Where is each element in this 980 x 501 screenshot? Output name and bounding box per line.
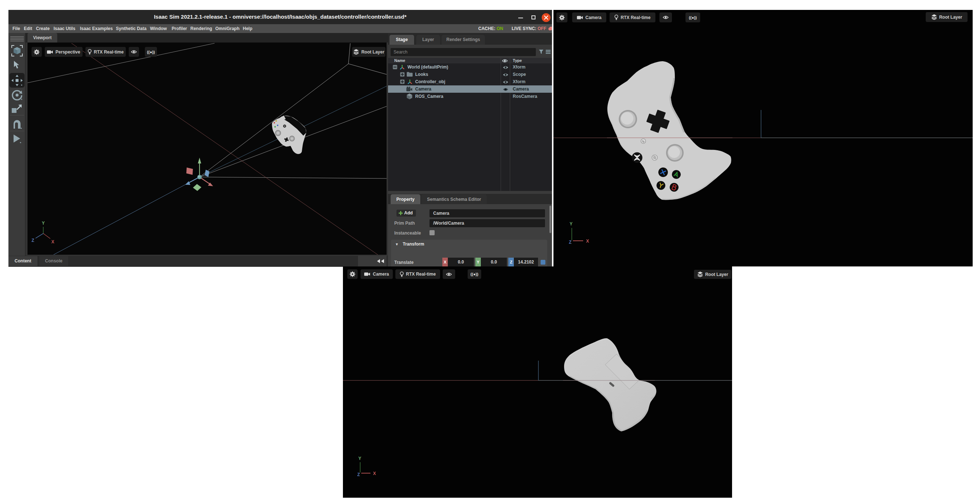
svg-text:X: X — [373, 471, 376, 476]
svg-text:Y: Y — [358, 456, 361, 461]
svg-text:Z: Z — [569, 240, 571, 245]
svg-text:X: X — [51, 239, 54, 244]
svg-text:Z: Z — [32, 238, 34, 243]
svg-text:X: X — [586, 239, 589, 244]
svg-text:Z: Z — [357, 472, 360, 477]
svg-text:Y: Y — [42, 220, 45, 226]
svg-text:Y: Y — [570, 221, 573, 227]
